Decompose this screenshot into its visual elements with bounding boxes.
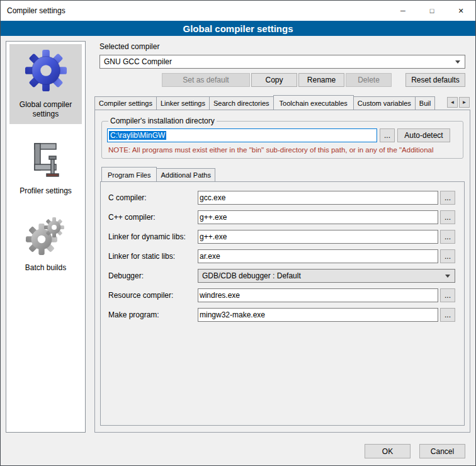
tab-scroll-buttons: ◄ ► (447, 97, 470, 108)
sidebar-item-label: Profiler settings (20, 186, 72, 196)
note-text: NOTE: All programs must exist either in … (108, 146, 456, 154)
gears-gray-icon (26, 215, 66, 258)
rename-button[interactable]: Rename (298, 73, 344, 87)
resource-compiler-input[interactable]: windres.exe (198, 288, 438, 302)
installation-directory-group: Compiler's installation directory C:\ray… (101, 116, 463, 159)
compiler-settings-dialog: Compiler settings ─ □ ✕ Global compiler … (0, 0, 476, 466)
make-program-input[interactable]: mingw32-make.exe (198, 308, 438, 322)
selected-compiler-combobox[interactable]: GNU GCC Compiler (99, 55, 465, 69)
tab-scroll-right-button[interactable]: ► (459, 97, 470, 108)
linker-static-label: Linker for static libs: (108, 252, 198, 261)
debugger-combobox[interactable]: GDB/CDB debugger : Default (198, 269, 455, 283)
linker-dynamic-input[interactable]: g++.exe (198, 230, 438, 244)
c-compiler-label: C compiler: (108, 193, 198, 202)
cpp-compiler-browse-button[interactable]: ... (440, 210, 455, 224)
tab-linker-settings[interactable]: Linker settings (156, 96, 210, 110)
cpp-compiler-value: g++.exe (200, 213, 227, 222)
settings-tabstrip: Compiler settings Linker settings Search… (94, 95, 470, 110)
ok-button[interactable]: OK (365, 444, 411, 458)
selected-compiler-value: GNU GCC Compiler (104, 57, 451, 66)
minimize-icon: ─ (400, 8, 405, 14)
maximize-button[interactable]: □ (417, 1, 446, 21)
tab-custom-variables[interactable]: Custom variables (353, 96, 416, 110)
reset-defaults-button[interactable]: Reset defaults (405, 73, 465, 87)
chevron-down-icon (445, 275, 450, 278)
tab-search-directories[interactable]: Search directories (209, 96, 274, 110)
window-controls: ─ □ ✕ (388, 1, 475, 21)
cancel-button[interactable]: Cancel (419, 444, 465, 458)
linker-dynamic-browse-button[interactable]: ... (440, 230, 455, 244)
c-compiler-browse-button[interactable]: ... (440, 191, 455, 205)
make-program-value: mingw32-make.exe (200, 310, 265, 319)
dialog-header: Global compiler settings (1, 21, 475, 36)
cpp-compiler-label: C++ compiler: (108, 213, 198, 222)
resource-compiler-value: windres.exe (200, 291, 240, 300)
tab-additional-paths[interactable]: Additional Paths (156, 168, 215, 181)
linker-dynamic-value: g++.exe (200, 232, 227, 241)
autodetect-button[interactable]: Auto-detect (397, 128, 450, 142)
tab-compiler-settings[interactable]: Compiler settings (94, 96, 157, 110)
linker-static-browse-button[interactable]: ... (440, 249, 455, 263)
copy-button[interactable]: Copy (251, 73, 297, 87)
toolchain-executables-panel: Compiler's installation directory C:\ray… (94, 110, 470, 433)
form-row-linker-dynamic: Linker for dynamic libs: g++.exe ... (108, 230, 455, 244)
selected-compiler-label: Selected compiler (99, 42, 465, 51)
dialog-footer: OK Cancel (1, 436, 475, 465)
titlebar[interactable]: Compiler settings ─ □ ✕ (1, 1, 475, 21)
close-button[interactable]: ✕ (446, 1, 475, 21)
installation-directory-value: C:\raylib\MinGW (109, 131, 166, 140)
tab-toolchain-executables[interactable]: Toolchain executables (273, 95, 354, 110)
sidebar-item-batch-builds[interactable]: Batch builds (9, 211, 82, 278)
linker-dynamic-label: Linker for dynamic libs: (108, 232, 198, 241)
form-row-cpp-compiler: C++ compiler: g++.exe ... (108, 210, 455, 224)
compiler-action-buttons: Set as default Copy Rename Delete Reset … (99, 73, 465, 87)
main-area: Selected compiler GNU GCC Compiler Set a… (94, 41, 470, 433)
form-row-resource-compiler: Resource compiler: windres.exe ... (108, 288, 455, 302)
c-compiler-value: gcc.exe (200, 193, 225, 202)
c-compiler-input[interactable]: gcc.exe (198, 191, 438, 205)
tab-program-files[interactable]: Program Files (101, 167, 157, 181)
category-sidebar: Global compiler settings (6, 41, 86, 433)
paths-tabstrip: Program Files Additional Paths (100, 167, 465, 181)
close-icon: ✕ (458, 8, 463, 14)
maximize-icon: □ (430, 8, 434, 14)
delete-button[interactable]: Delete (346, 73, 392, 87)
form-row-debugger: Debugger: GDB/CDB debugger : Default (108, 269, 455, 283)
installation-directory-legend: Compiler's installation directory (108, 116, 217, 125)
sidebar-item-global-compiler-settings[interactable]: Global compiler settings (9, 44, 82, 124)
form-row-c-compiler: C compiler: gcc.exe ... (108, 191, 455, 205)
installation-directory-browse-button[interactable]: ... (380, 128, 395, 142)
resource-compiler-browse-button[interactable]: ... (440, 288, 455, 302)
form-row-make-program: Make program: mingw32-make.exe ... (108, 308, 455, 322)
window-title: Compiler settings (7, 6, 65, 15)
set-as-default-button[interactable]: Set as default (162, 73, 250, 87)
clamp-icon (26, 139, 66, 181)
chevron-down-icon (455, 60, 460, 64)
linker-static-value: ar.exe (200, 252, 220, 261)
form-row-linker-static: Linker for static libs: ar.exe ... (108, 249, 455, 263)
resource-compiler-label: Resource compiler: (108, 291, 198, 300)
linker-static-input[interactable]: ar.exe (198, 249, 438, 263)
debugger-label: Debugger: (108, 271, 198, 280)
gear-blue-icon (24, 48, 68, 95)
sidebar-item-profiler-settings[interactable]: Profiler settings (9, 134, 82, 201)
sidebar-item-label: Batch builds (25, 263, 66, 273)
minimize-button[interactable]: ─ (388, 1, 417, 21)
make-program-browse-button[interactable]: ... (440, 308, 455, 322)
program-files-panel: C compiler: gcc.exe ... C++ compiler: g+… (100, 181, 465, 426)
installation-directory-input[interactable]: C:\raylib\MinGW (107, 128, 377, 142)
sidebar-item-label: Global compiler settings (11, 100, 81, 119)
make-program-label: Make program: (108, 310, 198, 319)
cpp-compiler-input[interactable]: g++.exe (198, 210, 438, 224)
tab-scroll-left-button[interactable]: ◄ (447, 97, 458, 108)
tab-build-options[interactable]: Buil (415, 96, 435, 110)
installation-directory-row: C:\raylib\MinGW ... Auto-detect (107, 128, 458, 142)
dialog-body: Global compiler settings (1, 36, 475, 436)
debugger-value: GDB/CDB debugger : Default (202, 271, 441, 280)
